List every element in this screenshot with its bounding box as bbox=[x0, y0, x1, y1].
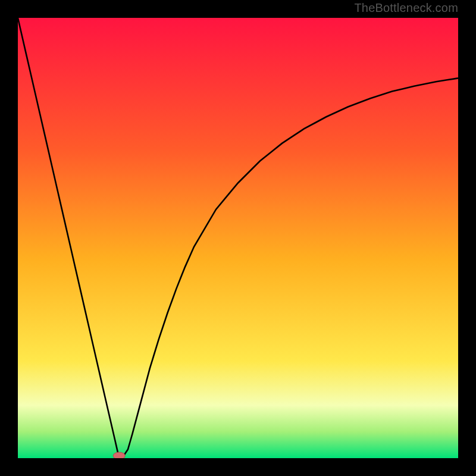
attribution-text: TheBottleneck.com bbox=[354, 1, 458, 15]
chart-svg bbox=[18, 18, 458, 458]
gradient-background bbox=[18, 18, 458, 458]
plot-area bbox=[18, 18, 458, 458]
chart-container: TheBottleneck.com bbox=[0, 0, 476, 476]
optimum-marker bbox=[113, 452, 125, 458]
